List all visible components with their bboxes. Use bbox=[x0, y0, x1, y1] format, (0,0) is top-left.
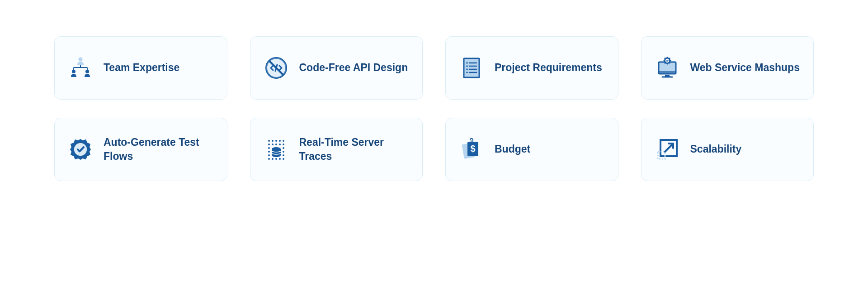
card-label: Scalability bbox=[690, 142, 742, 156]
card-budget: $ Budget bbox=[445, 118, 618, 181]
svg-point-41 bbox=[268, 154, 270, 156]
card-label: Auto-Generate Test Flows bbox=[104, 135, 213, 163]
card-code-free: Code-Free API Design bbox=[250, 36, 423, 100]
gear-check-icon bbox=[68, 137, 93, 162]
svg-point-6 bbox=[85, 70, 89, 73]
svg-rect-11 bbox=[464, 58, 479, 77]
svg-point-45 bbox=[275, 158, 277, 160]
svg-point-33 bbox=[272, 144, 274, 145]
card-label: Code-Free API Design bbox=[299, 61, 408, 75]
card-label: Project Requirements bbox=[495, 61, 602, 75]
svg-point-28 bbox=[272, 140, 274, 142]
card-auto-test-flows: Auto-Generate Test Flows bbox=[54, 118, 227, 181]
svg-point-29 bbox=[275, 140, 277, 142]
svg-point-12 bbox=[466, 62, 468, 64]
scalability-icon bbox=[655, 137, 679, 162]
svg-point-31 bbox=[283, 140, 284, 142]
svg-point-0 bbox=[79, 57, 83, 62]
svg-point-32 bbox=[268, 144, 270, 145]
card-label: Budget bbox=[495, 142, 530, 156]
monitor-gear-icon bbox=[655, 56, 679, 80]
budget-icon: $ bbox=[459, 137, 484, 162]
card-server-traces: Real-Time Server Traces bbox=[250, 118, 423, 181]
svg-point-36 bbox=[283, 144, 284, 145]
svg-point-34 bbox=[275, 144, 277, 145]
svg-point-5 bbox=[72, 70, 75, 73]
card-scalability: Scalability bbox=[641, 118, 814, 181]
svg-point-27 bbox=[268, 140, 270, 142]
server-dots-icon bbox=[264, 137, 288, 162]
no-code-icon bbox=[264, 56, 288, 80]
svg-point-30 bbox=[279, 140, 281, 142]
svg-point-43 bbox=[268, 158, 270, 160]
svg-point-18 bbox=[466, 72, 468, 73]
svg-rect-22 bbox=[665, 75, 670, 77]
card-label: Web Service Mashups bbox=[690, 61, 800, 75]
svg-point-42 bbox=[283, 154, 284, 156]
svg-point-46 bbox=[279, 158, 281, 160]
svg-point-37 bbox=[268, 147, 270, 149]
card-web-mashups: Web Service Mashups bbox=[641, 36, 814, 100]
card-team-expertise: Team Expertise bbox=[54, 36, 227, 100]
svg-point-14 bbox=[466, 65, 468, 67]
svg-point-38 bbox=[283, 147, 284, 149]
svg-point-39 bbox=[268, 151, 270, 153]
svg-point-44 bbox=[272, 158, 274, 160]
card-label: Real-Time Server Traces bbox=[299, 135, 409, 163]
svg-point-35 bbox=[279, 144, 281, 145]
feature-grid: Team Expertise Code-Free API Design bbox=[54, 36, 814, 181]
team-icon bbox=[68, 56, 93, 80]
svg-point-16 bbox=[466, 68, 468, 70]
svg-point-47 bbox=[283, 158, 284, 160]
svg-text:$: $ bbox=[470, 144, 475, 153]
svg-line-56 bbox=[665, 144, 672, 152]
card-project-requirements: Project Requirements bbox=[445, 36, 618, 100]
svg-point-40 bbox=[283, 151, 284, 153]
card-label: Team Expertise bbox=[104, 61, 179, 75]
document-list-icon bbox=[459, 56, 484, 80]
